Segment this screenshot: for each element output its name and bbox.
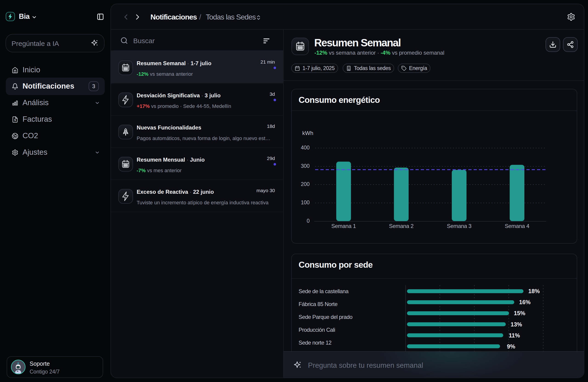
- svg-text:$: $: [14, 119, 16, 122]
